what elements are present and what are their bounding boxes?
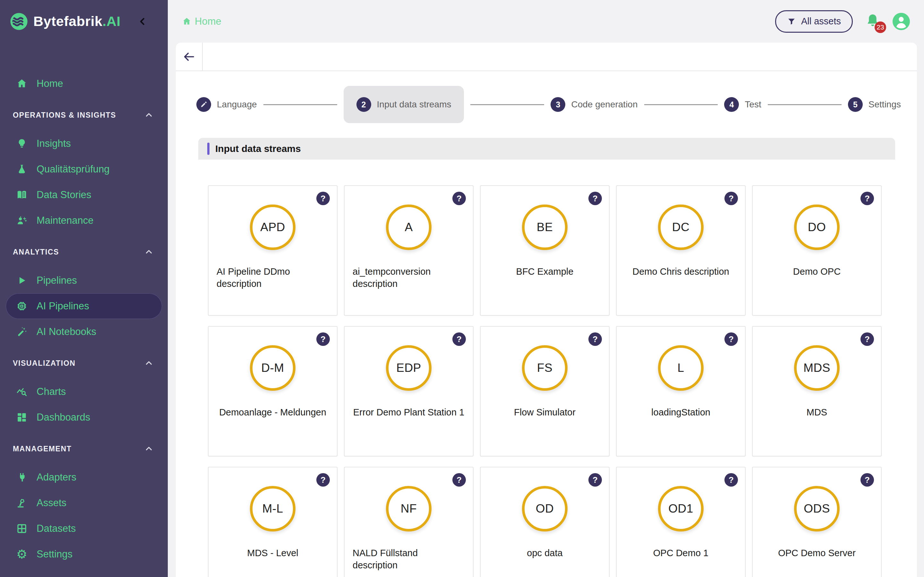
sidebar-item-charts[interactable]: Charts [0, 379, 168, 405]
stream-avatar: M-L [250, 486, 296, 532]
sidebar-item-insights[interactable]: Insights [0, 131, 168, 156]
sidebar-item-home[interactable]: Home [0, 71, 168, 97]
sidebar-item-datasets[interactable]: Datasets [0, 516, 168, 542]
help-icon[interactable]: ? [588, 192, 602, 205]
content-panel: Language 2 Input data streams 3 Code gen… [176, 43, 917, 577]
notifications-button[interactable]: 23 [864, 13, 881, 31]
avatar[interactable] [893, 13, 910, 30]
stream-name: BFC Example [516, 266, 573, 277]
data-stream-card[interactable]: ? OD1 OPC Demo 1 [616, 467, 746, 577]
data-stream-card[interactable]: ? A ai_tempconversion description [344, 185, 473, 316]
data-stream-card[interactable]: ? APD AI Pipeline DDmo description [208, 185, 338, 316]
stream-avatar: D-M [250, 345, 296, 391]
sidebar-item-label: Data Stories [37, 189, 91, 201]
help-icon[interactable]: ? [317, 473, 330, 487]
all-assets-filter-button[interactable]: All assets [775, 10, 853, 33]
sidebar-section-management[interactable]: MANAGEMENT [0, 439, 168, 458]
section-title: Input data streams [215, 143, 301, 154]
help-icon[interactable]: ? [452, 192, 466, 205]
step-label: Code generation [571, 99, 638, 110]
stream-avatar: BE [522, 205, 567, 250]
sidebar-item-dashboards[interactable]: Dashboards [0, 405, 168, 430]
stream-initials: BE [537, 221, 553, 234]
chevron-up-icon [144, 110, 153, 120]
help-icon[interactable]: ? [861, 192, 874, 205]
help-icon[interactable]: ? [861, 473, 874, 487]
sidebar-item-ai-notebooks[interactable]: AI Notebooks [0, 319, 168, 345]
sidebar-section-visualization[interactable]: VISUALIZATION [0, 354, 168, 373]
step-language[interactable]: Language [196, 97, 257, 112]
magic-wand-icon [15, 326, 28, 338]
stream-initials: L [677, 361, 684, 375]
stream-name: opc data [527, 547, 562, 559]
data-stream-card[interactable]: ? FS Flow Simulator [480, 326, 610, 456]
notification-count-badge: 23 [875, 21, 886, 33]
sidebar-item-adapters[interactable]: Adapters [0, 464, 168, 490]
help-icon[interactable]: ? [588, 332, 602, 346]
sidebar-item-data-stories[interactable]: Data Stories [0, 182, 168, 208]
help-icon[interactable]: ? [724, 473, 738, 487]
help-icon[interactable]: ? [452, 332, 466, 346]
chip-icon [15, 300, 28, 312]
person-icon [893, 13, 910, 30]
chevron-up-icon [144, 247, 153, 257]
stream-avatar: OD1 [658, 486, 704, 532]
data-stream-card[interactable]: ? OD opc data [480, 467, 610, 577]
step-code-generation[interactable]: 3 Code generation [551, 97, 638, 112]
help-icon[interactable]: ? [317, 192, 330, 205]
data-stream-list[interactable]: ? APD AI Pipeline DDmo description ? A a… [176, 160, 917, 577]
sidebar-item-settings[interactable]: ⚙ Settings [0, 542, 168, 567]
sidebar-item-label: Pipelines [37, 275, 77, 286]
data-stream-card[interactable]: ? NF NALD Füllstand description [344, 467, 473, 577]
data-stream-card[interactable]: ? EDP Error Demo Plant Station 1 [344, 326, 473, 456]
chevron-left-icon[interactable] [137, 16, 147, 27]
help-icon[interactable]: ? [724, 192, 738, 205]
data-stream-card[interactable]: ? D-M Demoanlage - Meldungen [208, 326, 338, 456]
stream-avatar: NF [386, 486, 431, 532]
data-stream-card[interactable]: ? DO Demo OPC [752, 185, 882, 316]
stream-initials: DO [808, 221, 826, 234]
help-icon[interactable]: ? [861, 332, 874, 346]
data-stream-card[interactable]: ? L loadingStation [616, 326, 746, 456]
section-accent-bar [207, 143, 210, 155]
sidebar-item-ai-pipelines[interactable]: AI Pipelines [0, 293, 168, 319]
stream-initials: A [405, 221, 413, 234]
sidebar-item-assets[interactable]: Assets [0, 490, 168, 516]
step-test[interactable]: 4 Test [724, 97, 761, 112]
step-label: Test [745, 99, 761, 110]
breadcrumb[interactable]: Home [182, 16, 221, 27]
back-button[interactable] [176, 43, 203, 71]
data-stream-card[interactable]: ? DC Demo Chris description [616, 185, 746, 316]
section-header: Input data streams [198, 138, 895, 160]
stream-name: Demoanlage - Meldungen [219, 406, 326, 418]
help-icon[interactable]: ? [724, 332, 738, 346]
sidebar-section-operations[interactable]: OPERATIONS & INSIGHTS [0, 105, 168, 125]
stream-avatar: MDS [794, 345, 840, 391]
stream-avatar: APD [250, 205, 296, 250]
book-icon [15, 189, 28, 201]
sidebar-item-pipelines[interactable]: Pipelines [0, 268, 168, 293]
help-icon[interactable]: ? [317, 332, 330, 346]
top-bar: Home All assets 23 [168, 0, 924, 43]
step-input-data-streams[interactable]: 2 Input data streams [344, 86, 464, 123]
step-settings[interactable]: 5 Settings [848, 97, 901, 112]
stream-initials: ODS [804, 502, 830, 516]
data-stream-card[interactable]: ? MDS MDS [752, 326, 882, 456]
stream-initials: APD [260, 221, 285, 234]
sidebar-section-analytics[interactable]: ANALYTICS [0, 242, 168, 261]
stream-name: NALD Füllstand description [352, 547, 465, 571]
stream-initials: NF [401, 502, 417, 516]
stream-name: OPC Demo 1 [653, 547, 708, 559]
table-grid-icon [15, 523, 28, 534]
data-stream-card[interactable]: ? M-L MDS - Level [208, 467, 338, 577]
data-stream-card[interactable]: ? ODS OPC Demo Server [752, 467, 882, 577]
dashboard-grid-icon [15, 412, 28, 423]
sidebar-item-label: Qualitätsprüfung [37, 163, 110, 175]
data-stream-card[interactable]: ? BE BFC Example [480, 185, 610, 316]
sidebar-item-maintenance[interactable]: Maintenance [0, 208, 168, 234]
help-icon[interactable]: ? [588, 473, 602, 487]
sidebar-item-qualitaetspruefung[interactable]: Qualitätsprüfung [0, 156, 168, 182]
help-icon[interactable]: ? [452, 473, 466, 487]
stream-name: ai_tempconversion description [352, 266, 465, 290]
stream-name: OPC Demo Server [778, 547, 856, 559]
